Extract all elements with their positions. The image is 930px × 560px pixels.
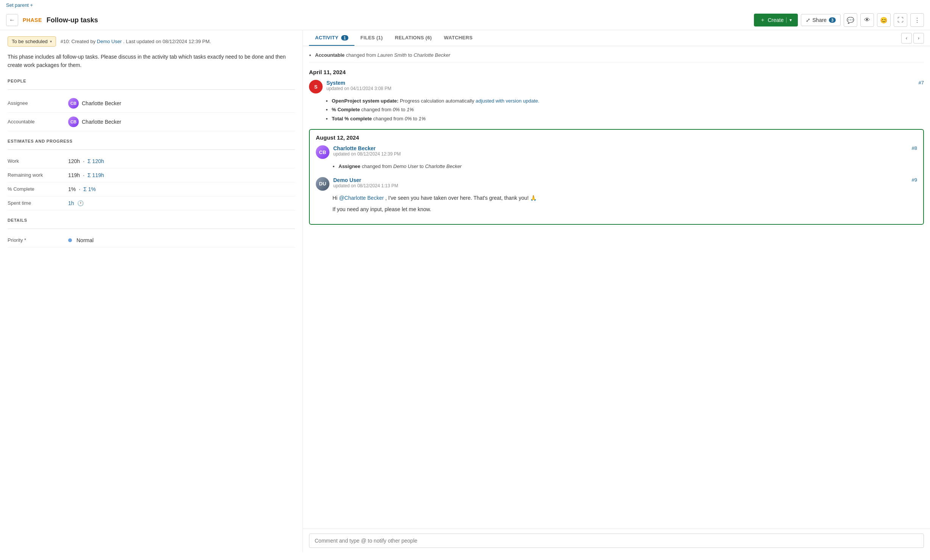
remaining-label: Remaining work bbox=[8, 172, 68, 178]
status-badge[interactable]: To be scheduled ▾ bbox=[8, 36, 56, 47]
system-time: updated on 04/11/2024 3:08 PM bbox=[326, 86, 915, 91]
more-icon-button[interactable]: ⋮ bbox=[910, 13, 924, 27]
system-info: System updated on 04/11/2024 3:08 PM bbox=[326, 80, 915, 91]
demo-comment-2: If you need any input, please let me kno… bbox=[332, 205, 917, 213]
tab-next-button[interactable]: › bbox=[913, 33, 924, 44]
april-date-heading: April 11, 2024 bbox=[309, 69, 924, 75]
august-highlighted-section: August 12, 2024 CB Charlotte Becker upda… bbox=[309, 129, 924, 225]
clock-icon: 🕐 bbox=[77, 200, 84, 206]
tab-activity[interactable]: ACTIVITY 1 bbox=[309, 30, 354, 46]
create-caret-icon: ▾ bbox=[786, 17, 792, 23]
demo-ref[interactable]: #9 bbox=[912, 177, 917, 183]
remaining-sum[interactable]: Σ 119h bbox=[87, 172, 104, 178]
activity-panel: Accountable changed from Lauren Smith to… bbox=[303, 46, 930, 529]
complete-label: % Complete bbox=[8, 186, 68, 192]
system-change-2: % Complete changed from 0% to 1% bbox=[332, 105, 924, 114]
demo-time: updated on 08/12/2024 1:13 PM bbox=[333, 183, 908, 188]
eye-icon-button[interactable]: 👁 bbox=[860, 13, 874, 27]
tab-prev-button[interactable]: ‹ bbox=[901, 33, 912, 44]
spent-value: 1h 🕐 bbox=[68, 200, 84, 206]
plus-icon: ＋ bbox=[760, 17, 765, 23]
activity-entry-charlotte-header: CB Charlotte Becker updated on 08/12/202… bbox=[316, 145, 917, 159]
charlotte-change-1: Assignee changed from Demo User to Charl… bbox=[339, 162, 917, 171]
tab-files[interactable]: FILES (1) bbox=[354, 30, 389, 46]
share-icon: ⤢ bbox=[806, 17, 810, 23]
remaining-hours: 119h bbox=[68, 172, 80, 178]
activity-old-entry: Accountable changed from Lauren Smith to… bbox=[309, 52, 924, 63]
right-panel: ACTIVITY 1 FILES (1) RELATIONS (6) WATCH… bbox=[303, 30, 930, 552]
share-label: Share bbox=[813, 17, 827, 23]
system-changes: OpenProject system update: Progress calc… bbox=[326, 96, 924, 123]
accountable-change-text: changed from Lauren Smith to Charlotte B… bbox=[345, 52, 450, 58]
system-change-3: Total % complete changed from 0% to 1% bbox=[332, 114, 924, 123]
complete-sum[interactable]: Σ 1% bbox=[83, 186, 96, 192]
tab-relations[interactable]: RELATIONS (6) bbox=[389, 30, 438, 46]
demo-comment-1: Hi @Charlotte Becker , I've seen you hav… bbox=[332, 194, 917, 202]
set-parent-link[interactable]: Set parent + bbox=[6, 2, 33, 8]
demo-name[interactable]: Demo User bbox=[333, 177, 908, 183]
activity-tab-badge: 1 bbox=[341, 35, 348, 40]
activity-entry-system-header: S System updated on 04/11/2024 3:08 PM #… bbox=[309, 80, 924, 93]
left-panel: To be scheduled ▾ #10: Created by Demo U… bbox=[0, 30, 303, 552]
meta-user-link[interactable]: Demo User bbox=[97, 39, 122, 44]
main-layout: To be scheduled ▾ #10: Created by Demo U… bbox=[0, 30, 930, 552]
remaining-value: 119h · Σ 119h bbox=[68, 172, 104, 178]
charlotte-ref[interactable]: #8 bbox=[912, 145, 917, 151]
create-label: Create bbox=[768, 17, 783, 23]
demo-info: Demo User updated on 08/12/2024 1:13 PM bbox=[333, 177, 908, 188]
system-name[interactable]: System bbox=[326, 80, 915, 86]
emoji-icon-button[interactable]: 😊 bbox=[877, 13, 891, 27]
activity-tab-label: ACTIVITY bbox=[315, 35, 338, 40]
work-value: 120h · Σ 120h bbox=[68, 158, 104, 164]
accountable-row: Accountable CB Charlotte Becker bbox=[8, 113, 295, 131]
complete-row: % Complete 1% · Σ 1% bbox=[8, 182, 295, 196]
share-button[interactable]: ⤢ Share 3 bbox=[801, 14, 841, 26]
work-hours: 120h bbox=[68, 158, 80, 164]
fullscreen-icon-button[interactable]: ⛶ bbox=[894, 13, 907, 27]
priority-dot bbox=[68, 238, 72, 242]
top-bar: Set parent + bbox=[0, 0, 930, 10]
demo-avatar: DU bbox=[316, 177, 329, 191]
priority-label: Priority * bbox=[8, 237, 68, 243]
page-title: Follow-up tasks bbox=[47, 16, 98, 24]
charlotte-mention[interactable]: @Charlotte Becker bbox=[339, 195, 384, 201]
meta-prefix: #10: Created by bbox=[61, 39, 96, 44]
work-sum[interactable]: Σ 120h bbox=[87, 158, 104, 164]
estimates-divider bbox=[8, 149, 295, 150]
complete-value: 1% · Σ 1% bbox=[68, 186, 96, 192]
comment-input[interactable] bbox=[309, 534, 924, 548]
back-button[interactable]: ← bbox=[6, 14, 18, 26]
create-button[interactable]: ＋ Create ▾ bbox=[754, 14, 797, 26]
details-section-label: DETAILS bbox=[8, 218, 295, 222]
accountable-name: Charlotte Becker bbox=[82, 119, 121, 125]
charlotte-avatar: CB bbox=[316, 145, 329, 159]
header-left: ← PHASE Follow-up tasks bbox=[6, 14, 98, 26]
system-change-1: OpenProject system update: Progress calc… bbox=[332, 96, 924, 105]
comment-icon-button[interactable]: 💬 bbox=[844, 13, 857, 27]
assignee-avatar: CB bbox=[68, 98, 79, 109]
charlotte-name[interactable]: Charlotte Becker bbox=[333, 145, 908, 151]
charlotte-info: Charlotte Becker updated on 08/12/2024 1… bbox=[333, 145, 908, 157]
work-row: Work 120h · Σ 120h bbox=[8, 154, 295, 168]
meta-text: #10: Created by Demo User . Last updated… bbox=[61, 39, 211, 44]
activity-entry-charlotte: CB Charlotte Becker updated on 08/12/202… bbox=[316, 145, 917, 171]
status-row: To be scheduled ▾ #10: Created by Demo U… bbox=[8, 36, 295, 47]
spent-label: Spent time bbox=[8, 200, 68, 206]
estimates-section-label: ESTIMATES AND PROGRESS bbox=[8, 139, 295, 143]
activity-entry-demo: DU Demo User updated on 08/12/2024 1:13 … bbox=[316, 177, 917, 214]
spent-hours: 1h bbox=[68, 200, 74, 206]
header-actions: ＋ Create ▾ ⤢ Share 3 💬 👁 😊 ⛶ ⋮ bbox=[754, 13, 924, 27]
system-ref[interactable]: #7 bbox=[919, 80, 924, 86]
description: This phase includes all follow-up tasks.… bbox=[8, 53, 295, 70]
people-divider bbox=[8, 89, 295, 90]
tab-watchers[interactable]: WATCHERS bbox=[438, 30, 479, 46]
tabs-bar: ACTIVITY 1 FILES (1) RELATIONS (6) WATCH… bbox=[303, 30, 930, 46]
people-section-label: PEOPLE bbox=[8, 79, 295, 83]
details-divider bbox=[8, 229, 295, 229]
charlotte-time: updated on 08/12/2024 12:39 PM bbox=[333, 151, 908, 157]
work-label: Work bbox=[8, 158, 68, 164]
remaining-row: Remaining work 119h · Σ 119h bbox=[8, 168, 295, 182]
spent-row: Spent time 1h 🕐 bbox=[8, 196, 295, 210]
accountable-change-label: Accountable bbox=[315, 52, 345, 58]
priority-value: Normal bbox=[68, 237, 94, 243]
